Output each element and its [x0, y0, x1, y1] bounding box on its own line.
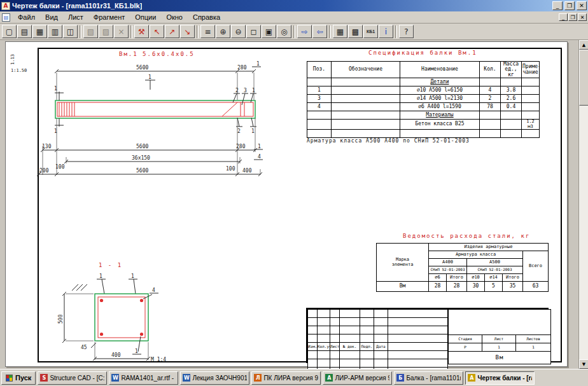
scale-note-vertical: 1.13 [10, 54, 15, 65]
window-title: Чертеж балки - [rama1101r31_КБ1.blk] [12, 2, 142, 10]
section-mark: 1 [256, 61, 260, 67]
dim-label: 400 [111, 352, 121, 358]
menu-window[interactable]: Окно [161, 12, 188, 22]
close-button[interactable]: ✕ [577, 1, 587, 10]
save-button[interactable]: ▦ [32, 25, 47, 38]
taskbar-item-lira[interactable]: Л ПК ЛИРА версия 9.6 [251, 371, 321, 385]
context-help-button[interactable]: ? [399, 25, 414, 38]
print-preview-button[interactable]: ◫ [63, 25, 78, 38]
toolbar-separator [130, 25, 132, 38]
menu-view[interactable]: Вид [40, 12, 63, 22]
drawing-workarea: Вм.1 5.6х0.4х0.5 Спецификация балки Вм.1… [0, 40, 588, 369]
position-label: 4 [152, 287, 155, 293]
position-label: 2 [237, 128, 241, 134]
dim-label: 5600 [136, 65, 148, 71]
dim-label: 100 [55, 164, 65, 170]
taskbar-item-balka[interactable]: Б Балка - [rama1101r31_... [394, 371, 463, 385]
section-scale-label: М 1:4 [151, 357, 166, 362]
spec-section-row: Детали [307, 78, 540, 86]
mdi-close-button[interactable]: ✕ [578, 13, 587, 21]
fit-page-button[interactable]: ▣ [262, 25, 276, 38]
pan-button[interactable]: ◎ [277, 25, 291, 38]
taskbar-item-lecture-doc[interactable]: W Лекция ЗАОЧН901.doc ... [180, 371, 249, 385]
info-button[interactable]: i [379, 25, 393, 38]
spec-row: 1 ∅10 А500 l=6150 4 3.8 [307, 86, 540, 95]
steel-class-header: Арматура класса [429, 251, 523, 259]
stamp-stage-value: Р [449, 343, 482, 352]
toolbar-separator [197, 25, 199, 38]
taskbar-item-structure-cad[interactable]: S Structure CAD - [C:\SD... [38, 371, 107, 385]
dim-label: 45 [81, 345, 87, 350]
menu-help[interactable]: Справка [188, 12, 225, 22]
mdi-minimize-button[interactable]: _ [559, 13, 568, 21]
word-icon: W [111, 374, 119, 382]
toolbar-separator [395, 25, 397, 38]
title-block-left: Изм. Кол.уч Лист № док. Подп. Дата [307, 309, 448, 369]
spec-header-name: Наименование [400, 62, 480, 78]
delete-button[interactable]: × [114, 25, 129, 38]
steel-products-header: Изделия арматурные [429, 244, 549, 251]
open-button[interactable]: ▤ [17, 25, 32, 38]
print-button[interactable]: ▥ [48, 25, 62, 38]
scroll-thumb[interactable] [579, 50, 588, 106]
spec-table: Поз. Обозначение Наименование Кол. Масса… [307, 61, 540, 138]
stamp-mark-cell: Вм [449, 352, 551, 364]
next-sheet-button[interactable]: ⇨ [297, 25, 312, 38]
steel-table: Марка элемента Изделия арматурные Армату… [376, 243, 549, 292]
dim-label: 280 [237, 65, 247, 71]
vertical-scrollbar[interactable]: ▲ ▼ [578, 40, 588, 369]
pointer-ne-button[interactable]: ↗ [165, 25, 179, 38]
titlebar: А Чертеж балки - [rama1101r31_КБ1.blk] _… [0, 0, 588, 11]
taskbar-item-lir-arm[interactable]: А ЛИР-АРМ версия 9.6 - [... [323, 371, 392, 385]
menu-fragment[interactable]: Фрагмент [88, 12, 130, 22]
position-label: 2 [235, 88, 239, 93]
table-view-button[interactable]: ▩ [348, 25, 363, 38]
dim-label: 130 [42, 144, 52, 149]
section-mark: 1 [148, 74, 151, 80]
document-icon: ▤ [2, 13, 10, 22]
zoom-out-button[interactable]: ⊖ [231, 25, 246, 38]
stamp-sheet-value: 1 [482, 343, 516, 352]
title-block: Изм. Кол.уч Лист № док. Подп. Дата [306, 308, 549, 363]
pointer-nw-button[interactable]: ↖ [150, 25, 164, 38]
dim-label: 5600 [136, 168, 148, 174]
tools-button[interactable]: ⚒ [134, 25, 149, 38]
menu-options[interactable]: Опции [130, 12, 161, 22]
mdi-restore-button[interactable]: ❐ [568, 13, 577, 21]
position-label: 1 [251, 128, 255, 134]
stamp-label-row: Изм. Кол.уч Лист № док. Подп. Дата [308, 343, 448, 351]
position-label: 1 [252, 88, 255, 93]
menu-sheet[interactable]: Лист [63, 12, 88, 22]
taskbar-item-rama-rtf[interactable]: W RAMA1401_ar.rtf - Micro... [109, 371, 178, 385]
dim-label: 36х150 [132, 155, 150, 161]
start-button[interactable]: Пуск [1, 371, 36, 385]
scroll-down-button[interactable]: ▼ [579, 359, 588, 369]
menubar: ▤ Файл Вид Лист Фрагмент Опции Окно Спра… [0, 11, 588, 24]
maximize-button[interactable]: ❐ [564, 1, 575, 10]
minimize-button[interactable]: _ [552, 1, 563, 10]
balka-icon: Б [396, 374, 404, 382]
structure-cad-icon: S [40, 374, 48, 382]
zoom-in-button[interactable]: ⊕ [216, 25, 230, 38]
section-mark: 1 [54, 86, 57, 92]
zoom-window-button[interactable]: ◻ [246, 25, 261, 38]
pointer-se-button[interactable]: ↘ [180, 25, 195, 38]
steel-total-header: Всего [523, 251, 549, 282]
toolbar-separator [293, 25, 295, 38]
layers-button[interactable]: ≡ [200, 25, 215, 38]
grid-button[interactable]: ▦ [333, 25, 347, 38]
kb1-button[interactable]: КБ1 [363, 25, 378, 38]
dim-label: 500 [58, 314, 64, 324]
scroll-up-button[interactable]: ▲ [579, 40, 588, 50]
paste-button[interactable]: ▨ [99, 25, 113, 38]
dim-label: 5600 [136, 144, 148, 149]
word-icon: W [183, 374, 190, 382]
copy-button[interactable]: ▧ [83, 25, 98, 38]
position-label: 1 [99, 273, 102, 279]
menu-file[interactable]: Файл [13, 12, 40, 22]
prev-sheet-button[interactable]: ⇦ [312, 25, 327, 38]
new-button[interactable]: ▢ [2, 25, 17, 38]
taskbar-item-chertezh-balki[interactable]: А Чертеж балки - [ram... [465, 371, 535, 385]
toolbar: ▢ ▤ ▦ ▥ ◫ ▧ ▨ × ⚒ ↖ ↗ ↘ ≡ ⊕ ⊖ ◻ ▣ ◎ ⇨ ⇦ … [0, 24, 588, 40]
spec-header-designation: Обозначение [332, 62, 400, 78]
